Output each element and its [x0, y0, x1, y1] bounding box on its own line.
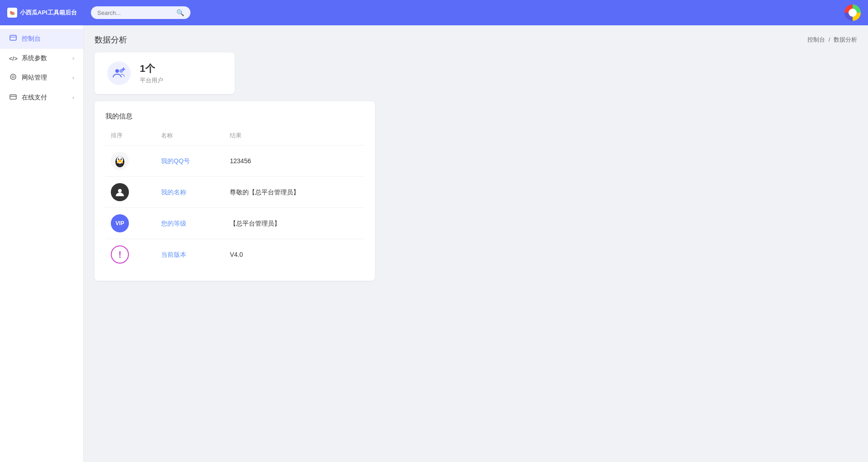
sidebar-item-console[interactable]: 控制台	[0, 29, 83, 49]
svg-point-2	[10, 74, 16, 80]
col-header-rank: 排序	[105, 128, 156, 146]
qq-avatar-icon	[111, 152, 129, 170]
stats-card: 1个 平台用户	[95, 52, 235, 94]
page-title: 数据分析	[95, 34, 127, 45]
col-header-name: 名称	[156, 128, 224, 146]
system-params-icon: </>	[9, 55, 17, 62]
svg-rect-4	[10, 95, 16, 99]
header: 🍉 小西瓜API工具箱后台 🔍	[0, 0, 868, 25]
chevron-right-icon-3: ›	[72, 94, 74, 101]
chevron-right-icon: ›	[72, 55, 74, 61]
col-header-result: 结果	[224, 128, 364, 146]
person-icon	[111, 183, 129, 201]
info-table: 排序 名称 结果	[105, 128, 364, 270]
stats-count: 1个	[140, 62, 163, 75]
stats-label: 平台用户	[140, 76, 163, 85]
breadcrumb-current: 数据分析	[834, 36, 857, 43]
qq-value: 123456	[230, 157, 251, 165]
table-row: VIP 您的等级 【总平台管理员】	[105, 208, 364, 239]
svg-point-19	[118, 189, 122, 193]
svg-point-3	[12, 76, 14, 78]
version-link[interactable]: 当前版本	[161, 251, 186, 258]
name-link-cell[interactable]: 我的名称	[156, 177, 224, 208]
row-icon-cell	[105, 146, 156, 177]
version-value-cell: V4.0	[224, 239, 364, 270]
sidebar-item-website-mgmt[interactable]: 网站管理 ›	[0, 68, 83, 88]
name-link[interactable]: 我的名称	[161, 189, 186, 196]
svg-rect-0	[10, 35, 16, 40]
svg-point-15	[118, 160, 122, 162]
version-link-cell[interactable]: 当前版本	[156, 239, 224, 270]
level-value: 【总平台管理员】	[230, 220, 280, 227]
search-box[interactable]: 🔍	[91, 6, 190, 19]
name-value-cell: 尊敬的【总平台管理员】	[224, 177, 364, 208]
logo: 🍉 小西瓜API工具箱后台	[7, 8, 91, 18]
version-value: V4.0	[230, 251, 243, 258]
info-exclamation-icon: !	[111, 245, 129, 264]
vip-icon: VIP	[111, 214, 129, 232]
svg-point-17	[121, 162, 123, 164]
name-value: 尊敬的【总平台管理员】	[230, 189, 299, 196]
header-right	[844, 5, 861, 21]
sidebar-item-online-pay-label: 在线支付	[22, 94, 47, 102]
qq-value-cell: 123456	[224, 146, 364, 177]
logo-icon: 🍉	[7, 8, 17, 18]
stats-icon	[107, 61, 131, 85]
table-row: 我的名称 尊敬的【总平台管理员】	[105, 177, 364, 208]
svg-point-6	[115, 69, 119, 73]
version-icon-cell: !	[105, 239, 156, 270]
table-row: ! 当前版本 V4.0	[105, 239, 364, 270]
qq-link-cell[interactable]: 我的QQ号	[156, 146, 224, 177]
sidebar-item-website-mgmt-label: 网站管理	[22, 74, 47, 82]
website-mgmt-icon	[9, 73, 17, 82]
name-icon-cell	[105, 177, 156, 208]
sidebar-item-console-label: 控制台	[22, 35, 41, 43]
stats-info: 1个 平台用户	[140, 62, 163, 85]
sidebar-item-system-params[interactable]: </> 系统参数 ›	[0, 49, 83, 68]
level-link[interactable]: 您的等级	[161, 220, 186, 227]
svg-point-16	[117, 162, 119, 164]
brand-logo-inner	[849, 9, 857, 17]
logo-text: 小西瓜API工具箱后台	[20, 9, 77, 17]
breadcrumb: 控制台 / 数据分析	[807, 36, 857, 44]
svg-point-18	[118, 165, 122, 167]
breadcrumb-sep: /	[829, 36, 832, 43]
chevron-right-icon-2: ›	[72, 75, 74, 81]
brand-logo	[844, 5, 861, 21]
qq-link[interactable]: 我的QQ号	[161, 157, 190, 165]
breadcrumb-row: 数据分析 控制台 / 数据分析	[95, 34, 857, 45]
table-row: 我的QQ号 123456	[105, 146, 364, 177]
sidebar: 控制台 </> 系统参数 › 网站管理 › 在线支付 ›	[0, 25, 84, 462]
level-link-cell[interactable]: 您的等级	[156, 208, 224, 239]
svg-point-13	[118, 159, 119, 160]
online-pay-icon	[9, 93, 17, 102]
search-icon: 🔍	[176, 9, 184, 16]
search-input[interactable]	[97, 9, 173, 16]
layout: 控制台 </> 系统参数 › 网站管理 › 在线支付 › 数据分析	[0, 25, 868, 462]
breadcrumb-home: 控制台	[807, 36, 825, 43]
svg-point-7	[119, 69, 123, 73]
sidebar-item-online-pay[interactable]: 在线支付 ›	[0, 88, 83, 108]
level-value-cell: 【总平台管理员】	[224, 208, 364, 239]
info-card: 我的信息 排序 名称 结果	[95, 101, 375, 281]
main-content: 数据分析 控制台 / 数据分析 1个 平台用户	[84, 25, 868, 462]
sidebar-item-system-params-label: 系统参数	[22, 54, 47, 62]
info-card-title: 我的信息	[105, 112, 364, 121]
level-icon-cell: VIP	[105, 208, 156, 239]
console-icon	[9, 34, 17, 43]
svg-point-14	[121, 159, 122, 160]
